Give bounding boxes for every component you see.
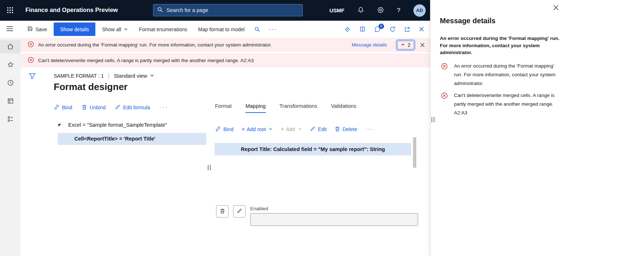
sidebar-item-home[interactable] (0, 40, 21, 53)
app-title: Finance and Operations Preview (25, 7, 118, 13)
find-icon[interactable] (254, 26, 260, 32)
format-tree-toolbar: Bind Unbind Edit formula ··· (54, 104, 168, 111)
app-launcher-icon[interactable] (7, 7, 14, 14)
panel-title: Message details (440, 17, 495, 25)
show-all-button[interactable]: Show all (102, 27, 128, 32)
action-pane-right-cluster: 0 (344, 26, 424, 33)
sidebar-item-favorites[interactable] (0, 58, 21, 72)
save-button[interactable]: Save (27, 26, 47, 33)
enabled-field-input[interactable] (250, 213, 418, 226)
sidebar-item-modules[interactable] (0, 113, 21, 126)
left-sidebar (0, 38, 21, 256)
delete-button[interactable]: Delete (335, 126, 357, 133)
edit-formula-button[interactable]: Edit formula (115, 104, 150, 111)
pencil-icon (115, 104, 120, 111)
delete-property-button[interactable] (216, 205, 228, 218)
notifications-button[interactable] (358, 7, 364, 14)
error-circle-icon (441, 62, 448, 88)
format-enumerations-button[interactable]: Format enumerations (139, 27, 187, 32)
navbar-search-input[interactable] (166, 7, 299, 13)
error-circle-icon (28, 57, 34, 65)
list-item: An error occurred during the 'Format map… (441, 62, 571, 88)
format-designer-page: SAMPLE FORMAT : 1 | Standard view Format… (21, 68, 430, 256)
close-panel-icon[interactable] (553, 5, 559, 11)
mobile-app-icon[interactable] (359, 26, 366, 32)
open-in-new-window-icon[interactable] (404, 27, 410, 32)
pencil-icon (310, 126, 315, 133)
hamburger-menu-icon[interactable] (6, 26, 13, 33)
sidebar-item-workspaces[interactable] (0, 95, 21, 108)
tree-selected-node[interactable]: Cell<ReportTitle> = 'Report Title' (58, 133, 206, 145)
tab-transformations[interactable]: Transformations (280, 103, 317, 113)
designer-icon[interactable] (344, 26, 351, 33)
tab-format[interactable]: Format (215, 103, 232, 113)
show-details-button[interactable]: Show details (54, 23, 95, 36)
tab-mapping[interactable]: Mapping (245, 103, 266, 113)
chevron-down-icon (150, 73, 154, 79)
add-root-button[interactable]: + Add root (242, 126, 273, 133)
feedback-badge: 0 (379, 24, 384, 29)
question-icon: ? (397, 7, 400, 14)
more-options-icon[interactable]: ··· (365, 126, 373, 133)
refresh-icon[interactable] (389, 26, 396, 32)
app-root: Finance and Operations Preview USMF ? AD (0, 0, 644, 256)
plus-icon: + (242, 126, 245, 133)
error-message-bar-2: Can't delete/overwrite merged cells. A r… (21, 53, 430, 68)
error-message-text: An error occurred during the 'Format map… (38, 42, 272, 48)
link-icon (215, 126, 221, 133)
sidebar-item-recent[interactable] (0, 77, 21, 90)
enabled-field-label: Enabled (250, 206, 268, 211)
filter-icon[interactable] (29, 73, 36, 81)
tree-root-node[interactable]: Excel = "Sample format_SampleTemplate" (68, 122, 167, 128)
mapping-toolbar: Bind + Add root + Add Edit (215, 126, 373, 133)
error-message-text: Can't delete/overwrite merged cells. A r… (38, 58, 254, 63)
collapse-messages-button[interactable]: 2 (397, 41, 414, 49)
chevron-up-icon (401, 42, 405, 48)
map-format-to-model-button[interactable]: Map format to model (198, 27, 244, 32)
close-page-icon[interactable] (419, 27, 424, 32)
chevron-down-icon (268, 126, 273, 132)
more-options-icon[interactable]: ··· (160, 104, 168, 111)
panel-message-list: An error occurred during the 'Format map… (441, 62, 571, 121)
panel-summary: An error occurred during the 'Format map… (440, 35, 564, 56)
save-icon (27, 26, 33, 33)
feedback-icon[interactable]: 0 (374, 26, 381, 33)
navbar-right-cluster: USMF ? AD (329, 0, 426, 21)
error-message-bar-1: An error occurred during the 'Format map… (21, 38, 430, 53)
message-details-link[interactable]: Message details (352, 42, 387, 48)
gear-icon (377, 7, 384, 15)
edit-property-button[interactable] (233, 205, 245, 218)
tab-validations[interactable]: Validations (331, 103, 356, 113)
mapping-selected-row[interactable]: Report Title: Calculated field = "My sam… (215, 143, 411, 155)
action-pane: Save Show details Show all Format enumer… (21, 21, 430, 38)
message-details-panel: Message details An error occurred during… (430, 0, 644, 256)
settings-button[interactable] (377, 7, 384, 15)
panel-splitter-handle[interactable] (432, 117, 434, 122)
link-icon (54, 104, 59, 111)
chevron-down-icon (298, 126, 302, 132)
pencil-icon (237, 208, 242, 215)
view-selector[interactable]: Standard view (114, 73, 154, 79)
mapping-tabs: Format Mapping Transformations Validatio… (215, 103, 356, 113)
unbind-button[interactable]: Unbind (82, 104, 106, 111)
vertical-scrollbar-thumb[interactable] (413, 137, 416, 168)
edit-button[interactable]: Edit (310, 126, 327, 133)
clock-icon (7, 80, 14, 87)
tree-expand-icon[interactable] (58, 124, 61, 127)
chevron-down-icon (124, 27, 128, 32)
bind-button[interactable]: Bind (54, 104, 72, 111)
pane-splitter-handle[interactable] (208, 165, 211, 170)
message-count: 2 (408, 42, 410, 48)
message-item-text: Can't delete/overwrite merged cells. A r… (454, 91, 561, 117)
help-button[interactable]: ? (397, 7, 400, 14)
caption-separator: | (108, 73, 110, 79)
mapping-bind-button[interactable]: Bind (215, 126, 234, 133)
company-picker[interactable]: USMF (329, 8, 344, 13)
more-commands-icon[interactable]: ··· (268, 25, 277, 33)
navbar-search[interactable] (153, 4, 303, 16)
trash-icon (220, 208, 225, 215)
dismiss-messages-icon[interactable] (420, 42, 425, 48)
record-caption-row: SAMPLE FORMAT : 1 | Standard view (54, 73, 154, 79)
bell-icon (358, 7, 364, 14)
user-avatar[interactable]: AD (413, 4, 426, 17)
